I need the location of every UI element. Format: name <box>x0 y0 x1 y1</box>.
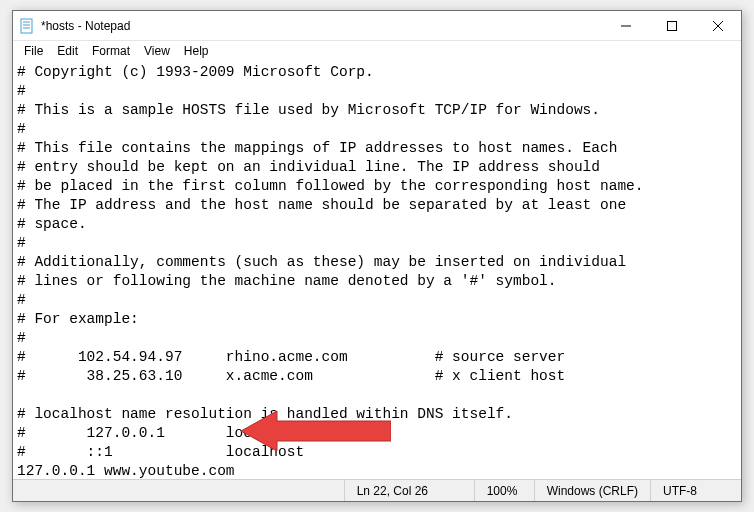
notepad-app-icon <box>19 18 35 34</box>
status-line-ending: Windows (CRLF) <box>535 480 651 501</box>
close-button[interactable] <box>695 11 741 40</box>
status-cursor-position: Ln 22, Col 26 <box>345 480 475 501</box>
notepad-window: *hosts - Notepad File Edit Format View H… <box>12 10 742 502</box>
window-controls <box>603 11 741 40</box>
menu-view[interactable]: View <box>137 42 177 60</box>
status-zoom: 100% <box>475 480 535 501</box>
maximize-button[interactable] <box>649 11 695 40</box>
menubar: File Edit Format View Help <box>13 41 741 61</box>
menu-file[interactable]: File <box>17 42 50 60</box>
status-spacer <box>13 480 345 501</box>
menu-format[interactable]: Format <box>85 42 137 60</box>
status-encoding: UTF-8 <box>651 480 741 501</box>
minimize-button[interactable] <box>603 11 649 40</box>
svg-rect-0 <box>21 19 32 33</box>
titlebar[interactable]: *hosts - Notepad <box>13 11 741 41</box>
text-editor[interactable]: # Copyright (c) 1993-2009 Microsoft Corp… <box>13 61 741 479</box>
menu-help[interactable]: Help <box>177 42 216 60</box>
svg-rect-5 <box>668 21 677 30</box>
window-title: *hosts - Notepad <box>41 19 603 33</box>
menu-edit[interactable]: Edit <box>50 42 85 60</box>
statusbar: Ln 22, Col 26 100% Windows (CRLF) UTF-8 <box>13 479 741 501</box>
